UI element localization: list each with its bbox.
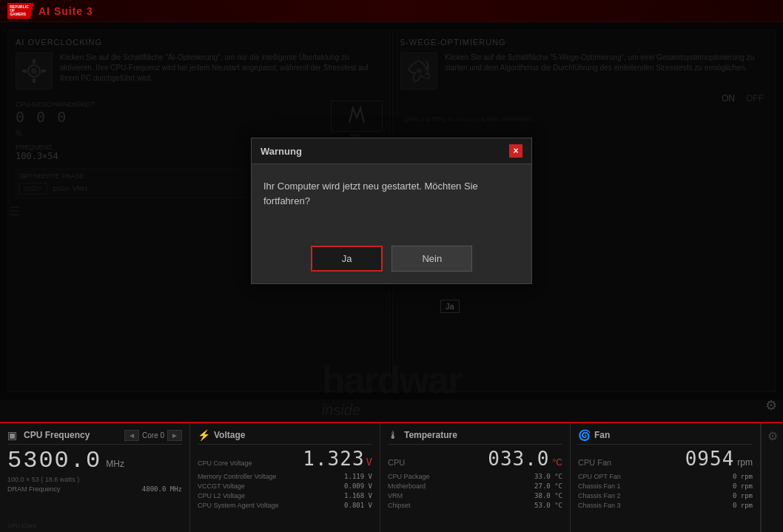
cpu-l2-value: 1.168 V: [344, 492, 372, 499]
voltage-section: ⚡ Voltage CPU Core Voltage 1.323 V Memor…: [190, 423, 380, 532]
cpu-icon: ▣: [7, 429, 19, 441]
motherboard-temp-value: 27.0 °C: [534, 482, 562, 490]
rog-icon: REPUBLICOFGAMERS: [7, 3, 34, 19]
vccgt-value: 0.009 V: [344, 482, 372, 490]
chipset-temp-label: Chipset: [388, 502, 534, 509]
cpu-sub-info: 100.0 × 53 ( 18.6 watts ): [7, 476, 182, 483]
core-next-button[interactable]: ►: [167, 430, 182, 441]
app-header: REPUBLICOFGAMERS AI Suite 3: [0, 0, 783, 22]
fan-icon: 🌀: [578, 429, 590, 441]
dialog-close-button[interactable]: ×: [509, 144, 522, 158]
chassis-fan2-value: 0 rpm: [733, 492, 753, 499]
cpu-core-voltage-label: CPU Core Voltage: [198, 459, 301, 467]
chassis-fan3-label: Chassis Fan 3: [578, 502, 733, 509]
cpu-frequency-header: ▣ CPU Frequency ◄ Core 0 ►: [7, 429, 182, 445]
chassis-fan1-row: Chassis Fan 1 0 rpm: [578, 482, 753, 490]
dialog-footer: Ja Nein: [252, 238, 531, 283]
cpu-package-label: CPU Package: [388, 473, 534, 480]
app-title: AI Suite 3: [38, 5, 93, 17]
dialog-title: Warnung: [261, 146, 302, 157]
dialog-message: Ihr Computer wird jetzt neu gestartet. M…: [263, 179, 520, 208]
cpu-package-temp-row: CPU Package 33.0 °C: [388, 473, 562, 480]
cpu-opt-fan-value: 0 rpm: [733, 473, 753, 480]
fan-section: 🌀 Fan CPU Fan 0954 rpm CPU OPT Fan 0 rpm…: [571, 423, 761, 532]
fan-title: Fan: [594, 430, 610, 440]
cpu-sys-voltage-row: CPU System Agent Voltage 0.801 V: [198, 502, 372, 509]
status-settings-icon[interactable]: ⚙: [767, 429, 778, 443]
vrm-temp-label: VRM: [388, 492, 534, 499]
settings-gear-icon[interactable]: ⚙: [765, 397, 777, 414]
vccgt-voltage-row: VCCGT Voltage 0.009 V: [198, 482, 372, 490]
voltage-title: Voltage: [214, 430, 245, 440]
vrm-temp-value: 38.0 °C: [534, 492, 562, 499]
temperature-header: 🌡 Temperature: [388, 429, 562, 445]
cpu-temp-unit: °C: [553, 457, 562, 468]
core-selector: ◄ Core 0 ►: [124, 430, 182, 441]
vrm-temp-row: VRM 38.0 °C: [388, 492, 562, 499]
gpu-clock-label: GPU Clock: [7, 522, 37, 529]
cpu-fan-label: CPU Fan: [578, 458, 682, 467]
cpu-l2-voltage-row: CPU L2 Voltage 1.168 V: [198, 492, 372, 499]
voltage-header: ⚡ Voltage: [198, 429, 372, 445]
chassis-fan3-row: Chassis Fan 3 0 rpm: [578, 502, 753, 509]
fan-header: 🌀 Fan: [578, 429, 753, 445]
chipset-temp-row: Chipset 53.0 °C: [388, 502, 562, 509]
cpu-core-voltage-value: 1.323: [303, 448, 364, 470]
cpu-fan-value: 0954: [685, 448, 735, 470]
core-prev-button[interactable]: ◄: [124, 430, 139, 441]
cpu-sys-value: 0.801 V: [344, 502, 372, 509]
cpu-l2-label: CPU L2 Voltage: [198, 492, 344, 499]
memory-ctrl-voltage-row: Memory Controller Voltage 1.119 V: [198, 473, 372, 480]
confirm-no-button[interactable]: Nein: [392, 246, 472, 272]
cpu-sys-label: CPU System Agent Voltage: [198, 502, 344, 509]
temperature-title: Temperature: [404, 430, 457, 440]
chassis-fan3-value: 0 rpm: [733, 502, 753, 509]
cpu-freq-unit: MHz: [106, 459, 124, 469]
voltage-icon: ⚡: [198, 429, 209, 441]
chassis-fan2-row: Chassis Fan 2 0 rpm: [578, 492, 753, 499]
cpu-temp-label: CPU: [388, 458, 485, 467]
cpu-temp-value: 033.0: [488, 448, 549, 470]
watermark-sub: inside: [322, 402, 461, 419]
cpu-package-value: 33.0 °C: [534, 473, 562, 480]
chassis-fan1-value: 0 rpm: [733, 482, 753, 490]
motherboard-temp-row: Motherboard 27.0 °C: [388, 482, 562, 490]
chassis-fan1-label: Chassis Fan 1: [578, 482, 733, 490]
cpu-opt-fan-label: CPU OPT Fan: [578, 473, 733, 480]
dram-freq-value: 4800.0 MHz: [142, 485, 182, 493]
dram-freq-label: DRAM Frequency: [7, 485, 142, 493]
dialog-body: Ihr Computer wird jetzt neu gestartet. M…: [252, 164, 531, 238]
cpu-frequency-title: CPU Frequency: [24, 430, 90, 440]
core-label: Core 0: [142, 431, 164, 440]
confirm-yes-button[interactable]: Ja: [311, 246, 383, 272]
app-logo: REPUBLICOFGAMERS AI Suite 3: [7, 3, 93, 19]
cpu-fan-unit: rpm: [737, 457, 753, 468]
warning-dialog: Warnung × Ihr Computer wird jetzt neu ge…: [251, 138, 532, 284]
cpu-frequency-section: ▣ CPU Frequency ◄ Core 0 ► 5300.0 MHz 10…: [0, 423, 190, 532]
cpu-opt-fan-row: CPU OPT Fan 0 rpm: [578, 473, 753, 480]
chassis-fan2-label: Chassis Fan 2: [578, 492, 733, 499]
dram-freq-row: DRAM Frequency 4800.0 MHz: [7, 485, 182, 493]
vccgt-label: VCCGT Voltage: [198, 482, 344, 490]
dialog-overlay: Warnung × Ihr Computer wird jetzt neu ge…: [0, 22, 783, 400]
temperature-section: 🌡 Temperature CPU 033.0 °C CPU Package 3…: [380, 423, 571, 532]
thermometer-icon: 🌡: [388, 429, 400, 441]
cpu-core-voltage-unit: V: [366, 456, 372, 468]
status-bar: ▣ CPU Frequency ◄ Core 0 ► 5300.0 MHz 10…: [0, 422, 783, 532]
dialog-titlebar: Warnung ×: [252, 138, 531, 164]
memory-ctrl-label: Memory Controller Voltage: [198, 473, 344, 480]
chipset-temp-value: 53.0 °C: [534, 502, 562, 509]
memory-ctrl-value: 1.119 V: [344, 473, 372, 480]
motherboard-temp-label: Motherboard: [388, 482, 534, 490]
cpu-freq-value: 5300.0: [7, 449, 101, 473]
